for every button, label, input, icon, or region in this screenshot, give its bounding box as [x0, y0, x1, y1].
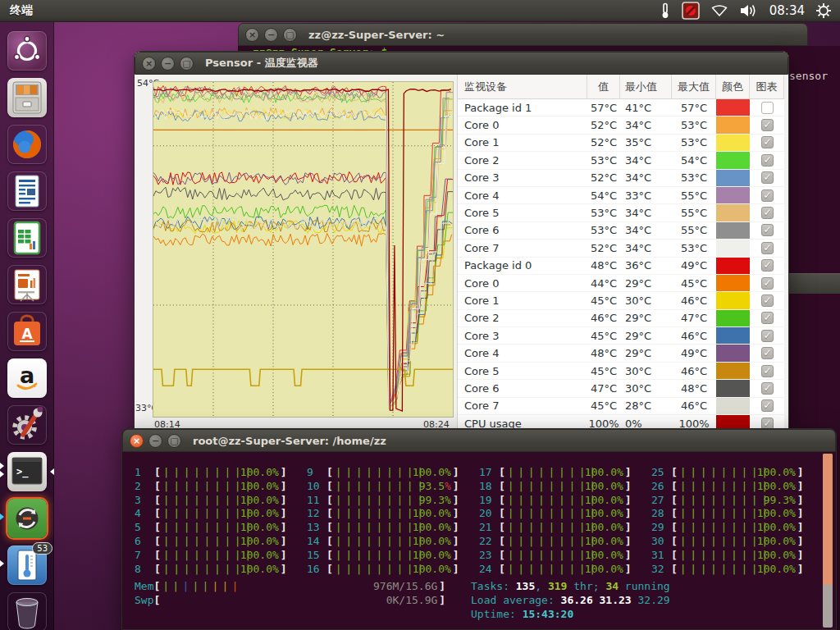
- launcher-item-impress[interactable]: [0, 265, 54, 304]
- writer-icon[interactable]: [7, 171, 47, 211]
- thermometer-indicator-icon[interactable]: [660, 2, 671, 20]
- chart-checkbox[interactable]: [761, 347, 774, 359]
- sensor-row[interactable]: Core 653°C34°C55°C: [458, 222, 784, 240]
- sensor-row[interactable]: Core 246°C29°C47°C: [458, 310, 784, 327]
- chart-checkbox[interactable]: [761, 330, 774, 342]
- sensor-row[interactable]: Core 352°C34°C53°C: [458, 170, 784, 187]
- launcher-item-psensor[interactable]: 53: [0, 546, 54, 585]
- terminal-bg-titlebar[interactable]: × − ▢ zz@zz-Super-Server: ~: [238, 23, 808, 46]
- maximize-icon[interactable]: ▢: [283, 28, 297, 42]
- screen-record-indicator-icon[interactable]: [682, 2, 700, 20]
- network-indicator-icon[interactable]: [710, 2, 728, 20]
- minimize-icon[interactable]: −: [148, 434, 162, 448]
- software-icon[interactable]: A: [7, 312, 47, 351]
- minimize-icon[interactable]: −: [264, 28, 278, 42]
- sensor-row[interactable]: Core 152°C35°C53°C: [458, 135, 784, 152]
- sensor-row[interactable]: Core 052°C34°C53°C: [458, 116, 784, 134]
- calc-icon[interactable]: [7, 218, 47, 258]
- dash-icon[interactable]: [7, 31, 47, 71]
- minimize-icon[interactable]: −: [161, 57, 175, 71]
- sensor-max: 49°C: [672, 259, 716, 272]
- chart-checkbox[interactable]: [761, 189, 774, 202]
- running-indicator: [0, 514, 7, 520]
- sensor-row[interactable]: Core 448°C29°C49°C: [458, 345, 784, 362]
- sensor-row[interactable]: Core 253°C34°C54°C: [458, 152, 784, 169]
- chart-checkbox[interactable]: [761, 102, 774, 114]
- chart-checkbox[interactable]: [761, 277, 774, 290]
- svg-text:A: A: [21, 326, 33, 342]
- firefox-icon[interactable]: [7, 125, 47, 164]
- chart-checkbox[interactable]: [761, 259, 774, 272]
- launcher-item-firefox[interactable]: [0, 125, 54, 164]
- chart-checkbox[interactable]: [761, 154, 774, 167]
- sensor-color-swatch: [716, 222, 750, 239]
- sensor-row[interactable]: Core 545°C30°C46°C: [458, 363, 784, 380]
- session-gear-icon[interactable]: [815, 2, 832, 20]
- sensor-row[interactable]: Core 044°C29°C45°C: [458, 275, 784, 292]
- htop-body[interactable]: 1[|||||||||100.0%]2[|||||||||100.0%]3[||…: [122, 452, 836, 629]
- notification-badge: 53: [32, 542, 52, 555]
- files-icon[interactable]: [7, 78, 47, 117]
- sensor-row[interactable]: Core 145°C30°C46°C: [458, 292, 784, 309]
- settings-icon[interactable]: [7, 405, 47, 445]
- launcher-item-files[interactable]: [0, 78, 54, 117]
- swap-value: 0K/15.9G: [386, 594, 438, 606]
- chart-checkbox[interactable]: [761, 207, 774, 219]
- clock[interactable]: 08:34: [769, 3, 805, 18]
- cpu-meter-25: 25[|||||||||100.0%]: [651, 466, 804, 478]
- sensor-row[interactable]: Package id 157°C41°C57°C: [458, 99, 784, 116]
- column-header[interactable]: 最大值: [672, 75, 716, 98]
- chart-checkbox[interactable]: [761, 312, 774, 324]
- launcher-item-trash[interactable]: [0, 592, 54, 630]
- column-header[interactable]: 值: [587, 75, 620, 98]
- chart-checkbox[interactable]: [761, 365, 774, 377]
- window-psensor[interactable]: × − ▢ Psensor - 温度监视器 54°C 33°C 08:14 08…: [134, 51, 789, 436]
- chart-checkbox[interactable]: [761, 224, 774, 236]
- maximize-icon[interactable]: ▢: [167, 434, 181, 448]
- scrollbar[interactable]: [823, 454, 833, 628]
- close-icon[interactable]: ×: [142, 57, 156, 71]
- sensor-row[interactable]: Core 647°C30°C48°C: [458, 380, 784, 397]
- volume-indicator-icon[interactable]: [739, 2, 759, 20]
- amazon-icon[interactable]: a: [7, 358, 47, 398]
- active-app-title: 终端: [10, 3, 33, 18]
- chart-checkbox[interactable]: [761, 382, 774, 395]
- chart-checkbox[interactable]: [761, 242, 774, 254]
- chart-checkbox[interactable]: [761, 136, 774, 148]
- maximize-icon[interactable]: ▢: [180, 57, 194, 71]
- cpu-meter-30: 30[|||||||||100.0%]: [651, 535, 804, 547]
- launcher-item-amazon[interactable]: a: [0, 358, 54, 398]
- updater-icon[interactable]: [7, 499, 47, 538]
- psensor-titlebar[interactable]: × − ▢ Psensor - 温度监视器: [135, 52, 788, 75]
- launcher-item-writer[interactable]: [0, 171, 54, 211]
- window-htop[interactable]: × − ▢ root@zz-Super-Server: /home/zz 1[|…: [121, 428, 837, 630]
- sensor-row[interactable]: Package id 048°C36°C49°C: [458, 258, 784, 275]
- scrollbar-thumb[interactable]: [823, 454, 833, 585]
- sensor-row[interactable]: Core 745°C28°C46°C: [458, 398, 784, 415]
- terminal-icon[interactable]: >_: [7, 452, 47, 491]
- launcher-item-software[interactable]: A: [0, 312, 54, 351]
- column-header[interactable]: 图表: [750, 75, 784, 98]
- chart-checkbox[interactable]: [761, 119, 774, 131]
- column-header[interactable]: 监视设备: [458, 75, 587, 98]
- launcher-item-settings[interactable]: [0, 405, 54, 445]
- trash-icon[interactable]: [7, 592, 47, 630]
- htop-titlebar[interactable]: × − ▢ root@zz-Super-Server: /home/zz: [122, 429, 836, 452]
- launcher-item-dash[interactable]: [0, 31, 54, 71]
- sensor-row[interactable]: Core 345°C29°C46°C: [458, 327, 784, 345]
- close-icon[interactable]: ×: [130, 434, 144, 448]
- launcher-item-updater[interactable]: [0, 499, 54, 538]
- sensor-row[interactable]: Core 553°C34°C55°C: [458, 204, 784, 221]
- chart-checkbox[interactable]: [761, 171, 774, 184]
- column-header[interactable]: 最小值: [620, 75, 672, 98]
- launcher-item-terminal[interactable]: >_: [0, 452, 54, 491]
- cpu-meter-10: 10[|||||||||93.5%]: [307, 480, 459, 492]
- column-header[interactable]: 颜色: [716, 75, 750, 98]
- chart-checkbox[interactable]: [761, 399, 774, 412]
- launcher-item-calc[interactable]: [0, 218, 54, 258]
- impress-icon[interactable]: [7, 265, 47, 304]
- sensor-row[interactable]: Core 752°C34°C53°C: [458, 240, 784, 257]
- chart-checkbox[interactable]: [761, 294, 774, 307]
- sensor-row[interactable]: Core 454°C33°C55°C: [458, 187, 784, 204]
- close-icon[interactable]: ×: [245, 28, 259, 42]
